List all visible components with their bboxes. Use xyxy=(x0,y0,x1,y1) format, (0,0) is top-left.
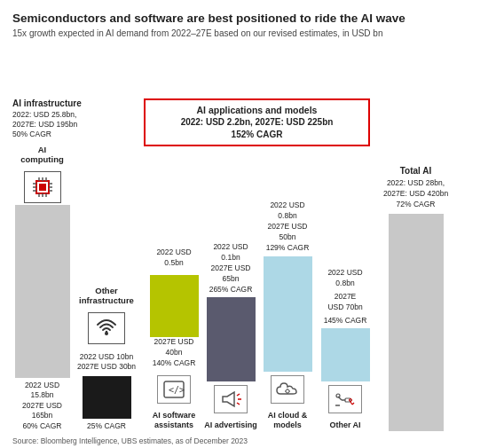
svg-line-18 xyxy=(237,394,240,396)
col-cloud: 2022 USD 0.8bn 2027E USD 50bn 129% CAGR xyxy=(261,200,314,431)
cloud-svg xyxy=(275,380,300,399)
software-data-bottom: 2027E USD 40bn 140% CAGR xyxy=(147,337,201,369)
main-container: Semiconductors and software are best pos… xyxy=(12,11,484,445)
other-ai-cagr: 145% CAGR xyxy=(324,316,367,326)
bar-total-ai xyxy=(389,214,444,431)
code-svg: </> xyxy=(162,380,185,399)
ai-apps-box-line1: 2022: USD 2.2bn, 2027E: USD 225bn xyxy=(151,116,363,129)
bar-other-infra xyxy=(83,376,131,419)
col-total-ai: Total AI 2022: USD 28bn, 2027E: USD 420b… xyxy=(378,166,453,431)
col-other-ai: 2022 USD 0.8bn 2027EUSD 70bn 145% CAGR xyxy=(318,268,373,431)
bar-advertising xyxy=(207,297,256,381)
chip-icon xyxy=(24,171,61,203)
col-software: 2022 USD 0.5bn 2027E USD 40bn 140% CAGR … xyxy=(147,248,201,431)
wifi-icon xyxy=(88,312,125,344)
bar-computing xyxy=(15,205,70,378)
bar-cloud xyxy=(264,256,312,372)
software-data-top: 2022 USD 0.5bn xyxy=(147,248,201,269)
svg-point-21 xyxy=(286,389,289,393)
software-label: AI software assistants xyxy=(147,411,201,431)
chart-wrapper: AI applications and models 2022: USD 2.2… xyxy=(12,98,484,432)
page-subtitle: 15x growth expected in AI demand from 20… xyxy=(12,28,484,38)
svg-marker-17 xyxy=(223,392,234,406)
svg-rect-1 xyxy=(39,184,46,191)
other-ai-label: Other AI xyxy=(329,420,360,431)
ai-apps-box-title: AI applications and models xyxy=(151,104,363,117)
cloud-icon xyxy=(271,375,304,404)
chip-svg xyxy=(30,175,55,200)
megaphone-svg xyxy=(219,389,242,409)
sub-col-computing: AIcomputing xyxy=(12,145,72,431)
col-ai-infrastructure: AI infrastructure 2022: USD 25.8bn, 2027… xyxy=(12,98,144,432)
page-title: Semiconductors and software are best pos… xyxy=(12,11,484,27)
ai-infra-label: AI infrastructure xyxy=(12,98,144,108)
bar-other-ai xyxy=(321,328,370,381)
cloud-label: AI cloud & models xyxy=(261,411,314,431)
megaphone-icon xyxy=(214,385,248,413)
other-ai-data-2027: 2027EUSD 70bn xyxy=(327,292,362,313)
bar-software xyxy=(150,275,199,337)
col-advertising: 2022 USD 0.1bn 2027E USD 65bn 265% CAGR xyxy=(204,242,257,431)
wifi-svg xyxy=(94,318,119,339)
sub-col-other-infra: Otherinfrastructure xyxy=(75,286,138,431)
robot-svg xyxy=(333,389,358,409)
svg-text:</>: </> xyxy=(169,385,185,395)
other-ai-data-top: 2022 USD 0.8bn xyxy=(318,268,373,289)
ai-apps-annotation-box: AI applications and models 2022: USD 2.2… xyxy=(144,98,370,147)
computing-label: AIcomputing xyxy=(20,145,64,165)
total-ai-desc: 2022: USD 28bn, 2027E: USD 420bn 72% CAG… xyxy=(383,178,448,210)
chart-columns: AI infrastructure 2022: USD 25.8bn, 2027… xyxy=(12,98,484,432)
ai-apps-box-line2: 152% CAGR xyxy=(151,129,363,141)
svg-line-32 xyxy=(352,403,354,405)
svg-line-20 xyxy=(237,403,240,405)
robot-icon xyxy=(328,385,362,413)
total-ai-label: Total AI xyxy=(400,166,432,176)
computing-desc: 2022 USD 15.8bn 2027E USD 165bn 60% CAGR xyxy=(12,381,72,431)
source-text: Source: Bloomberg Intelligence, UBS esti… xyxy=(12,436,484,445)
other-infra-desc-bottom: 25% CAGR xyxy=(87,421,126,431)
advertising-label: AI advertising xyxy=(204,420,257,431)
middle-cols: 2022 USD 0.5bn 2027E USD 40bn 140% CAGR … xyxy=(147,200,373,431)
ai-infra-desc: 2022: USD 25.8bn, 2027E: USD 195bn 50% C… xyxy=(12,110,144,140)
svg-point-14 xyxy=(105,332,108,335)
other-infra-label: Otherinfrastructure xyxy=(79,286,134,306)
infra-sub-cols: AIcomputing xyxy=(12,145,144,431)
cloud-data-top: 2022 USD 0.8bn 2027E USD 50bn 129% CAGR xyxy=(261,200,314,253)
advertising-data-top: 2022 USD 0.1bn 2027E USD 65bn 265% CAGR xyxy=(204,242,257,295)
code-icon: </> xyxy=(157,375,191,404)
other-infra-desc-top: 2022 USD 10bn 2027E USD 30bn xyxy=(77,352,136,373)
